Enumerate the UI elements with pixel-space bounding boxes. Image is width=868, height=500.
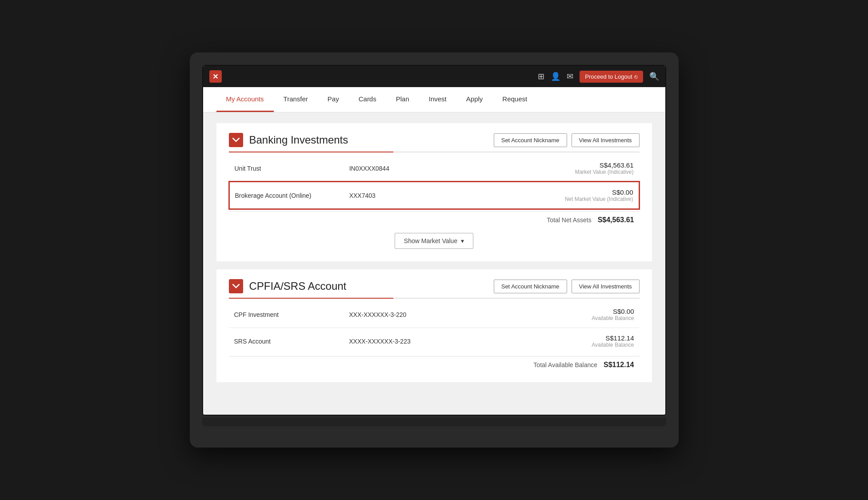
nav-transfer[interactable]: Transfer [274, 87, 318, 112]
search-icon[interactable]: 🔍 [649, 72, 659, 81]
nav-my-accounts[interactable]: My Accounts [216, 87, 274, 112]
table-row-highlighted[interactable]: Brokerage Account (Online) XXX7403 S$0.0… [229, 182, 639, 209]
banking-investments-title: Banking Investments [249, 134, 348, 146]
account-name-brokerage: Brokerage Account (Online) [229, 182, 344, 209]
account-value-unit-trust: S$4,563.61 Market Value (Indicative) [459, 155, 639, 182]
cpfia-title: CPFIA/SRS Account [249, 280, 347, 292]
table-row[interactable]: CPF Investment XXX-XXXXXX-3-220 S$0.00 A… [229, 301, 640, 328]
cpfia-header: CPFIA/SRS Account Set Account Nickname V… [229, 279, 640, 293]
show-market-value-button[interactable]: Show Market Value ▾ [395, 233, 473, 249]
table-row[interactable]: SRS Account XXXX-XXXXXX-3-223 S$112.14 A… [229, 328, 640, 355]
account-number-unit-trust: IN0XXXX0844 [344, 155, 459, 182]
top-bar: ✕ ⊞ 👤 ✉ Proceed to Logout ⎋ 🔍 [203, 66, 665, 87]
navigation: My Accounts Transfer Pay Cards Plan Inve… [203, 87, 665, 112]
banking-collapse-toggle[interactable] [229, 133, 243, 147]
banking-set-nickname-button[interactable]: Set Account Nickname [494, 133, 567, 147]
nav-cards[interactable]: Cards [349, 87, 386, 112]
cpfia-srs-card: CPFIA/SRS Account Set Account Nickname V… [216, 269, 652, 382]
banking-divider [229, 152, 640, 152]
table-row[interactable]: Unit Trust IN0XXXX0844 S$4,563.61 Market… [229, 155, 639, 182]
account-name-unit-trust: Unit Trust [229, 155, 344, 182]
mail-icon[interactable]: ✉ [567, 72, 573, 81]
chevron-down-icon: ▾ [461, 237, 464, 244]
close-button[interactable]: ✕ [209, 70, 222, 83]
banking-investments-card: Banking Investments Set Account Nickname… [216, 123, 652, 261]
banking-total-row: Total Net Assets S$4,563.61 [229, 211, 640, 227]
nav-pay[interactable]: Pay [318, 87, 349, 112]
banking-header-buttons: Set Account Nickname View All Investment… [494, 133, 640, 147]
account-number-brokerage: XXX7403 [344, 182, 459, 209]
nav-plan[interactable]: Plan [386, 87, 419, 112]
cpfia-accounts-table: CPF Investment XXX-XXXXXX-3-220 S$0.00 A… [229, 301, 640, 354]
cpfia-view-all-button[interactable]: View All Investments [572, 280, 640, 293]
profile-icon[interactable]: 👤 [551, 72, 560, 81]
account-value-srs: S$112.14 Available Balance [459, 328, 640, 355]
account-name-srs: SRS Account [229, 328, 344, 355]
account-number-cpf: XXX-XXXXXX-3-220 [344, 301, 459, 328]
cpfia-header-buttons: Set Account Nickname View All Investment… [494, 280, 640, 293]
banking-investments-header: Banking Investments Set Account Nickname… [229, 133, 640, 147]
cpfia-set-nickname-button[interactable]: Set Account Nickname [494, 280, 567, 293]
account-value-brokerage: S$0.00 Net Market Value (Indicative) [459, 182, 639, 209]
cpfia-title-group: CPFIA/SRS Account [229, 279, 347, 293]
laptop-screen: ✕ ⊞ 👤 ✉ Proceed to Logout ⎋ 🔍 My Account… [202, 65, 666, 416]
nav-apply[interactable]: Apply [456, 87, 493, 112]
laptop-frame: ✕ ⊞ 👤 ✉ Proceed to Logout ⎋ 🔍 My Account… [190, 52, 679, 448]
logout-button[interactable]: Proceed to Logout ⎋ [580, 71, 643, 83]
banking-title-group: Banking Investments [229, 133, 348, 147]
account-number-srs: XXXX-XXXXXX-3-223 [344, 328, 459, 355]
account-value-cpf: S$0.00 Available Balance [459, 301, 640, 328]
show-market-value-wrapper: Show Market Value ▾ [229, 227, 640, 251]
banking-view-all-button[interactable]: View All Investments [572, 133, 640, 147]
cpfia-divider [229, 298, 640, 299]
cpfia-collapse-toggle[interactable] [229, 279, 243, 293]
nav-invest[interactable]: Invest [419, 87, 456, 112]
main-content: Banking Investments Set Account Nickname… [203, 112, 665, 415]
banking-accounts-table: Unit Trust IN0XXXX0844 S$4,563.61 Market… [229, 155, 640, 209]
nav-request[interactable]: Request [492, 87, 537, 112]
network-icon[interactable]: ⊞ [538, 72, 544, 81]
account-name-cpf: CPF Investment [229, 301, 344, 328]
cpfia-total-row: Total Available Balance S$112.14 [229, 356, 640, 372]
